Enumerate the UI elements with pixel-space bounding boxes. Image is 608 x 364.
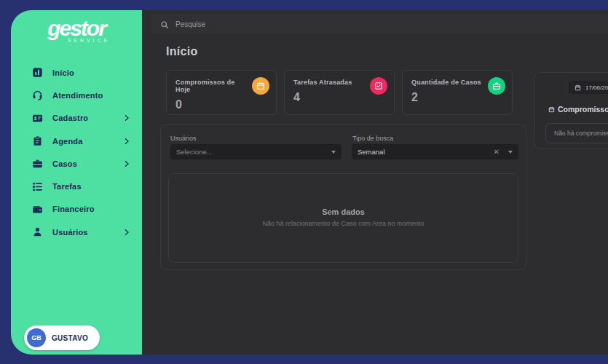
sidebar-item-label: Tarefas (52, 182, 130, 191)
dashboard-icon (32, 67, 43, 78)
sidebar-item-usuarios[interactable]: Usuários (11, 221, 142, 243)
date-picker-button[interactable]: 17/06/2024 (569, 81, 608, 94)
card-compromissos-hoje: Compromissos de Hoje 0 (166, 70, 277, 115)
id-card-icon (32, 113, 43, 124)
sidebar-item-label: Cadastro (52, 114, 114, 122)
chart-empty-state: Sem dados Não há relacionamento de Caso … (168, 173, 518, 263)
sidebar-item-label: Casos (52, 159, 114, 168)
search-type-value: Semanal (358, 148, 494, 156)
app-window: gestor SERVICE Início Atendimento (11, 10, 608, 355)
stat-cards: Compromissos de Hoje 0 Tarefas Atrasadas… (166, 70, 513, 115)
search-placeholder: Pesquise (175, 20, 205, 28)
sidebar-item-casos[interactable]: Casos (11, 152, 142, 175)
sidebar-item-label: Atendimento (52, 91, 130, 100)
page-title: Início (166, 45, 198, 58)
users-select-placeholder: Selecione... (176, 148, 331, 156)
task-list-icon (32, 181, 43, 192)
sidebar-item-inicio[interactable]: Início (11, 61, 142, 84)
empty-state-title: Sem dados (322, 207, 365, 216)
search-type-select[interactable]: Semanal ✕ (352, 144, 518, 159)
user-name: GUSTAVO (52, 334, 97, 342)
wallet-icon (32, 204, 43, 215)
sidebar-item-label: Início (52, 68, 130, 77)
logo-subtitle: SERVICE (11, 38, 142, 43)
sidebar-item-financeiro[interactable]: Financeiro (11, 198, 142, 221)
sidebar-nav: Início Atendimento Cadastro (11, 61, 142, 243)
search-input[interactable]: Pesquise (151, 15, 608, 34)
main-content: Pesquise Início Compromissos de Hoje 0 T… (142, 10, 608, 355)
chevron-right-icon (123, 138, 130, 145)
chevron-right-icon (123, 229, 130, 236)
users-filter-label: Usuários (170, 135, 197, 142)
search-type-filter-label: Tipo de busca (352, 135, 393, 142)
card-tarefas-atrasadas: Tarefas Atrasadas 4 (284, 70, 395, 115)
chevron-right-icon (123, 160, 130, 167)
calendar-icon (548, 106, 555, 113)
sidebar-item-tarefas[interactable]: Tarefas (11, 175, 142, 197)
sidebar-item-label: Agenda (52, 137, 114, 146)
avatar: GB (27, 328, 46, 347)
sidebar-item-label: Financeiro (52, 205, 130, 213)
search-icon (160, 20, 169, 29)
empty-state-message: Não há relacionamento de Caso com Area n… (262, 218, 424, 229)
sidebar-item-cadastro[interactable]: Cadastro (11, 107, 142, 130)
agenda-panel: 17/06/2024 Compromissos Não há compromis… (534, 72, 608, 149)
clear-icon[interactable]: ✕ (494, 148, 500, 156)
agenda-title-label: Compromissos (558, 105, 608, 114)
logo-name: gestor (11, 17, 142, 39)
sidebar-item-label: Usuários (52, 228, 114, 237)
card-value: 2 (411, 91, 503, 104)
briefcase-icon (32, 158, 43, 169)
clipboard-icon (32, 135, 43, 146)
user-menu-button[interactable]: GB GUSTAVO (24, 325, 100, 350)
headset-icon (32, 90, 43, 100)
calendar-icon (252, 77, 269, 95)
card-quantidade-casos: Quantidade de Casos 2 (402, 70, 513, 115)
card-value: 0 (175, 98, 267, 111)
calendar-icon (575, 84, 581, 91)
agenda-empty-message: Não há compromissos (545, 123, 608, 143)
date-value: 17/06/2024 (585, 84, 608, 91)
check-square-icon (370, 77, 387, 95)
agenda-panel-title: Compromissos (548, 105, 608, 114)
briefcase-icon (488, 77, 505, 95)
sidebar-item-atendimento[interactable]: Atendimento (11, 84, 142, 106)
caret-down-icon (331, 151, 336, 154)
chart-panel: Usuários Tipo de busca Selecione... Sema… (160, 124, 526, 270)
caret-down-icon (508, 151, 513, 154)
logo: gestor SERVICE (11, 10, 142, 43)
sidebar-item-agenda[interactable]: Agenda (11, 130, 142, 152)
users-select[interactable]: Selecione... (170, 144, 341, 159)
sidebar: gestor SERVICE Início Atendimento (11, 10, 142, 355)
card-value: 4 (293, 91, 385, 104)
chevron-right-icon (123, 114, 130, 122)
user-icon (32, 226, 43, 237)
